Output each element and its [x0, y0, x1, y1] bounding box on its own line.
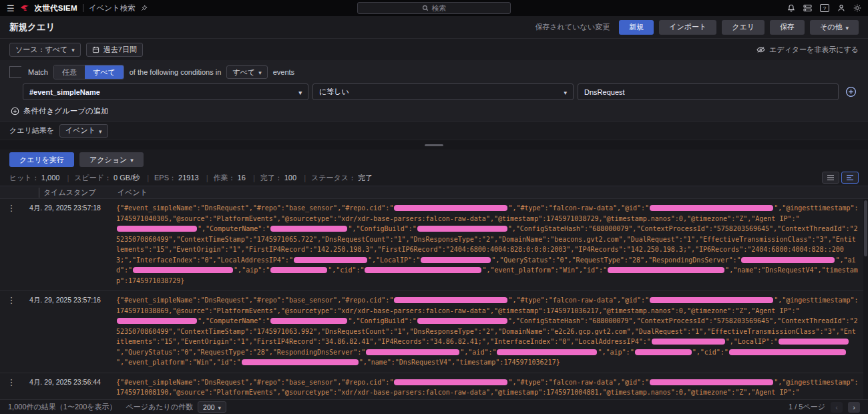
add-group-label: 条件付きグループの追加: [23, 106, 109, 116]
chevron-down-icon: [564, 88, 568, 96]
source-select[interactable]: ソース：すべて: [9, 43, 81, 57]
row-menu-button[interactable]: ⋮: [0, 203, 23, 286]
redacted-value: [366, 349, 459, 355]
redacted-value: [365, 267, 481, 273]
stats-separator: ｜: [298, 174, 311, 182]
more-menu-button[interactable]: その他: [810, 20, 859, 35]
notification-bell-icon[interactable]: [787, 4, 795, 12]
theme-toggle-icon[interactable]: [853, 4, 861, 12]
hamburger-menu-icon[interactable]: ☰: [7, 4, 15, 13]
data-connections-icon[interactable]: [803, 5, 812, 12]
time-range-select[interactable]: 過去7日間: [86, 43, 143, 57]
scope-select-label: すべて: [232, 67, 255, 77]
redacted-value: [417, 226, 507, 232]
redacted-value: [270, 267, 327, 273]
group-connector: [9, 66, 21, 78]
condition-value-input[interactable]: DnsRequest: [578, 83, 839, 100]
calendar-icon: [92, 46, 99, 53]
result-type-select[interactable]: イベント: [59, 124, 108, 138]
new-query-button[interactable]: 新規: [619, 20, 654, 35]
page-indicator: 1 / 5ページ: [789, 402, 825, 412]
view-compact-button[interactable]: [822, 172, 839, 184]
results-count-label: 1,000件の結果（1〜200を表示）: [8, 402, 117, 412]
stat-label: 完了：: [260, 174, 284, 182]
crowdstrike-logo[interactable]: [20, 4, 29, 12]
next-page-button[interactable]: ›: [848, 402, 860, 413]
global-search-input[interactable]: 検索: [357, 2, 511, 14]
match-mode-toggle: 任意 すべて: [53, 65, 124, 79]
match-any-option[interactable]: 任意: [54, 65, 85, 79]
redacted-value: [242, 359, 359, 365]
redacted-value: [294, 257, 367, 263]
chevron-down-icon: [218, 403, 222, 411]
redacted-value: [270, 318, 347, 324]
chevron-down-icon: [258, 68, 262, 76]
import-button[interactable]: インポート: [659, 20, 716, 35]
search-icon: [422, 5, 429, 11]
user-profile-icon[interactable]: [837, 4, 845, 12]
chevron-down-icon: [845, 23, 849, 31]
add-condition-button[interactable]: [843, 84, 859, 100]
run-actions-row: クエリを実行 アクション: [0, 150, 868, 170]
topbar-right-icons: ?: [787, 4, 861, 12]
actions-menu-label: アクション: [89, 155, 127, 165]
query-builder-panel: Match 任意 すべて of the following conditions…: [0, 60, 868, 122]
table-row[interactable]: ⋮4月. 29, 2025 23:56:44{"#event_simpleNam…: [0, 373, 868, 400]
scope-select[interactable]: すべて: [226, 65, 267, 79]
title-bar-actions: 保存されていない変更 新規 インポート クエリ 保存 その他: [535, 20, 859, 35]
row-event-json: {"#event_simpleName":"DnsRequest","#repo…: [116, 203, 859, 286]
redacted-value: [608, 267, 724, 273]
redacted-value: [117, 226, 197, 232]
stat-label: ステータス：: [311, 174, 358, 182]
save-button[interactable]: 保存: [770, 20, 805, 35]
chevron-down-icon: [130, 156, 134, 164]
table-row[interactable]: ⋮4月. 29, 2025 23:57:18{"#event_simpleNam…: [0, 199, 868, 291]
stat-value: 16: [238, 174, 248, 182]
timestamp-column-header[interactable]: タイムスタンプ: [39, 188, 116, 198]
condition-value-text: DnsRequest: [584, 88, 832, 96]
pagination-bar: 1,000件の結果（1〜200を表示） ページあたりの件数 200 1 / 5ペ…: [0, 399, 868, 414]
condition-field-value: #event_simpleName: [29, 88, 299, 96]
row-event-json: {"#event_simpleName":"DnsRequest","#repo…: [116, 377, 859, 400]
resize-handle[interactable]: [425, 144, 443, 146]
redacted-value: [650, 297, 773, 303]
redacted-value: [650, 379, 773, 385]
time-range-label: 過去7日間: [103, 45, 137, 55]
redacted-value: [741, 257, 835, 263]
match-all-option[interactable]: すべて: [85, 65, 124, 79]
event-column-header[interactable]: イベント: [116, 188, 868, 198]
nav-item-event-search[interactable]: イベント検索: [89, 3, 136, 13]
actions-menu-button[interactable]: アクション: [79, 152, 144, 167]
redacted-value: [270, 226, 347, 232]
source-select-label: ソース：すべて: [15, 45, 67, 55]
help-icon[interactable]: ?: [820, 4, 829, 12]
query-button[interactable]: クエリ: [722, 20, 765, 35]
search-placeholder: 検索: [432, 3, 447, 13]
stat-value: 21913: [178, 174, 201, 182]
stat-value: 完了: [358, 174, 373, 182]
query-stats-line: ヒット： 1,000 ｜スピード： 0 GB/秒 ｜EPS： 21913 ｜作業…: [9, 173, 373, 183]
table-row[interactable]: ⋮4月. 29, 2025 23:57:16{"#event_simpleNam…: [0, 291, 868, 373]
pin-icon[interactable]: [141, 5, 148, 11]
chevron-down-icon: [99, 127, 102, 135]
redacted-value: [394, 205, 507, 211]
row-event-json: {"#event_simpleName":"DnsRequest","#repo…: [116, 295, 859, 368]
circle-plus-icon: [11, 107, 19, 116]
row-menu-button[interactable]: ⋮: [0, 377, 23, 400]
scrollbar-thumb[interactable]: [864, 200, 867, 256]
run-query-button[interactable]: クエリを実行: [9, 152, 74, 167]
conditions-in-text: of the following conditions in: [130, 68, 222, 76]
redacted-value: [652, 339, 725, 345]
view-list-button[interactable]: [841, 172, 859, 184]
row-menu-button[interactable]: ⋮: [0, 295, 23, 368]
add-conditional-group-button[interactable]: 条件付きグループの追加: [11, 104, 859, 118]
query-stats-row: ヒット： 1,000 ｜スピード： 0 GB/秒 ｜EPS： 21913 ｜作業…: [0, 170, 868, 186]
hide-editor-toggle[interactable]: エディターを非表示にする: [756, 45, 859, 55]
condition-field-select[interactable]: #event_simpleName: [23, 83, 308, 100]
previous-page-button[interactable]: ‹: [831, 402, 843, 413]
vertical-scrollbar[interactable]: [863, 199, 868, 399]
condition-operator-select[interactable]: に等しい: [312, 83, 574, 100]
stat-label: スピード：: [74, 174, 114, 182]
query-result-label: クエリ結果を: [9, 126, 54, 136]
per-page-select[interactable]: 200: [198, 401, 226, 413]
